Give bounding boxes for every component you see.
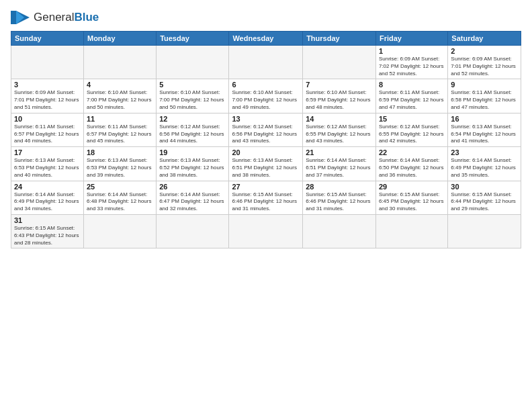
calendar-cell: 3Sunrise: 6:09 AM Sunset: 7:01 PM Daylig… — [11, 79, 84, 113]
calendar-cell: 19Sunrise: 6:13 AM Sunset: 6:52 PM Dayli… — [157, 147, 229, 181]
day-info: Sunrise: 6:10 AM Sunset: 7:00 PM Dayligh… — [159, 89, 226, 111]
calendar-cell: 16Sunrise: 6:13 AM Sunset: 6:54 PM Dayli… — [448, 113, 521, 146]
day-info: Sunrise: 6:10 AM Sunset: 6:59 PM Dayligh… — [306, 89, 373, 111]
calendar-cell: 14Sunrise: 6:12 AM Sunset: 6:55 PM Dayli… — [303, 113, 376, 146]
calendar-cell: 30Sunrise: 6:15 AM Sunset: 6:44 PM Dayli… — [448, 181, 521, 214]
weekday-header-tuesday: Tuesday — [157, 32, 229, 46]
calendar-cell: 17Sunrise: 6:13 AM Sunset: 6:53 PM Dayli… — [11, 147, 84, 181]
weekday-header-thursday: Thursday — [303, 32, 376, 46]
weekday-header-saturday: Saturday — [448, 32, 521, 46]
calendar-cell: 31Sunrise: 6:15 AM Sunset: 6:43 PM Dayli… — [11, 214, 84, 248]
day-number: 24 — [14, 183, 81, 191]
day-number: 4 — [87, 81, 153, 89]
day-info: Sunrise: 6:12 AM Sunset: 6:56 PM Dayligh… — [232, 124, 300, 145]
calendar-cell: 10Sunrise: 6:11 AM Sunset: 6:57 PM Dayli… — [11, 113, 84, 146]
calendar-cell: 21Sunrise: 6:14 AM Sunset: 6:51 PM Dayli… — [303, 147, 376, 181]
calendar-cell: 15Sunrise: 6:12 AM Sunset: 6:55 PM Dayli… — [375, 113, 447, 146]
calendar-cell: 4Sunrise: 6:10 AM Sunset: 7:00 PM Daylig… — [83, 79, 156, 113]
calendar-cell — [157, 214, 229, 248]
day-number: 1 — [379, 47, 445, 55]
calendar-cell: 6Sunrise: 6:10 AM Sunset: 7:00 PM Daylig… — [229, 79, 303, 113]
calendar-cell: 1Sunrise: 6:09 AM Sunset: 7:02 PM Daylig… — [375, 46, 447, 79]
day-info: Sunrise: 6:14 AM Sunset: 6:49 PM Dayligh… — [14, 191, 81, 213]
day-info: Sunrise: 6:14 AM Sunset: 6:47 PM Dayligh… — [159, 191, 226, 213]
day-info: Sunrise: 6:14 AM Sunset: 6:49 PM Dayligh… — [451, 157, 518, 179]
calendar-cell: 24Sunrise: 6:14 AM Sunset: 6:49 PM Dayli… — [11, 181, 84, 214]
calendar-cell: 22Sunrise: 6:14 AM Sunset: 6:50 PM Dayli… — [375, 147, 447, 181]
day-number: 28 — [306, 183, 373, 191]
day-info: Sunrise: 6:10 AM Sunset: 7:00 PM Dayligh… — [232, 89, 300, 111]
calendar-cell — [157, 46, 229, 79]
day-number: 15 — [379, 115, 445, 123]
weekday-header-friday: Friday — [375, 32, 447, 46]
calendar-cell: 5Sunrise: 6:10 AM Sunset: 7:00 PM Daylig… — [157, 79, 229, 113]
day-number: 17 — [14, 148, 81, 156]
week-row-6: 31Sunrise: 6:15 AM Sunset: 6:43 PM Dayli… — [11, 214, 521, 248]
day-info: Sunrise: 6:11 AM Sunset: 6:59 PM Dayligh… — [379, 89, 445, 111]
calendar-cell: 27Sunrise: 6:15 AM Sunset: 6:46 PM Dayli… — [229, 181, 303, 214]
day-number: 9 — [451, 81, 518, 89]
calendar-cell — [83, 46, 156, 79]
calendar-cell — [229, 214, 303, 248]
header: GeneralBlue — [11, 8, 521, 27]
calendar-cell: 2Sunrise: 6:09 AM Sunset: 7:01 PM Daylig… — [448, 46, 521, 79]
calendar-cell — [303, 46, 376, 79]
calendar-cell: 25Sunrise: 6:14 AM Sunset: 6:48 PM Dayli… — [83, 181, 156, 214]
day-info: Sunrise: 6:14 AM Sunset: 6:50 PM Dayligh… — [379, 157, 445, 179]
calendar-cell: 20Sunrise: 6:13 AM Sunset: 6:51 PM Dayli… — [229, 147, 303, 181]
weekday-header-wednesday: Wednesday — [229, 32, 303, 46]
day-number: 25 — [87, 183, 153, 191]
day-number: 22 — [379, 148, 445, 156]
calendar-cell: 29Sunrise: 6:15 AM Sunset: 6:45 PM Dayli… — [375, 181, 447, 214]
day-number: 6 — [232, 81, 300, 89]
day-number: 3 — [14, 81, 81, 89]
day-number: 5 — [159, 81, 226, 89]
calendar-cell — [375, 214, 447, 248]
day-number: 23 — [451, 148, 518, 156]
calendar-cell — [83, 214, 156, 248]
day-number: 27 — [232, 183, 300, 191]
day-info: Sunrise: 6:11 AM Sunset: 6:58 PM Dayligh… — [451, 89, 518, 111]
day-number: 14 — [306, 115, 373, 123]
day-number: 12 — [159, 115, 226, 123]
day-info: Sunrise: 6:14 AM Sunset: 6:51 PM Dayligh… — [306, 157, 373, 179]
calendar-cell — [11, 46, 84, 79]
week-row-5: 24Sunrise: 6:14 AM Sunset: 6:49 PM Dayli… — [11, 181, 521, 214]
day-info: Sunrise: 6:09 AM Sunset: 7:01 PM Dayligh… — [451, 56, 518, 77]
week-row-2: 3Sunrise: 6:09 AM Sunset: 7:01 PM Daylig… — [11, 79, 521, 113]
day-number: 31 — [14, 216, 81, 224]
calendar-cell: 28Sunrise: 6:15 AM Sunset: 6:46 PM Dayli… — [303, 181, 376, 214]
weekday-header-sunday: Sunday — [11, 32, 84, 46]
calendar-cell: 18Sunrise: 6:13 AM Sunset: 6:53 PM Dayli… — [83, 147, 156, 181]
day-info: Sunrise: 6:12 AM Sunset: 6:55 PM Dayligh… — [379, 124, 445, 145]
calendar: SundayMondayTuesdayWednesdayThursdayFrid… — [11, 31, 521, 248]
day-number: 16 — [451, 115, 518, 123]
day-info: Sunrise: 6:11 AM Sunset: 6:57 PM Dayligh… — [87, 124, 153, 145]
week-row-3: 10Sunrise: 6:11 AM Sunset: 6:57 PM Dayli… — [11, 113, 521, 146]
day-number: 13 — [232, 115, 300, 123]
day-info: Sunrise: 6:10 AM Sunset: 7:00 PM Dayligh… — [87, 89, 153, 111]
day-number: 11 — [87, 115, 153, 123]
day-info: Sunrise: 6:12 AM Sunset: 6:55 PM Dayligh… — [306, 124, 373, 145]
calendar-cell — [229, 46, 303, 79]
day-number: 2 — [451, 47, 518, 55]
day-info: Sunrise: 6:15 AM Sunset: 6:43 PM Dayligh… — [14, 225, 81, 246]
day-number: 19 — [159, 148, 226, 156]
calendar-cell: 23Sunrise: 6:14 AM Sunset: 6:49 PM Dayli… — [448, 147, 521, 181]
day-info: Sunrise: 6:13 AM Sunset: 6:53 PM Dayligh… — [14, 157, 81, 179]
day-number: 30 — [451, 183, 518, 191]
day-info: Sunrise: 6:11 AM Sunset: 6:57 PM Dayligh… — [14, 124, 81, 145]
day-info: Sunrise: 6:15 AM Sunset: 6:44 PM Dayligh… — [451, 191, 518, 213]
weekday-header-monday: Monday — [83, 32, 156, 46]
logo: GeneralBlue — [11, 8, 99, 27]
day-info: Sunrise: 6:09 AM Sunset: 7:01 PM Dayligh… — [14, 89, 81, 111]
day-number: 8 — [379, 81, 445, 89]
logo-text: GeneralBlue — [34, 11, 99, 24]
week-row-4: 17Sunrise: 6:13 AM Sunset: 6:53 PM Dayli… — [11, 147, 521, 181]
calendar-cell: 13Sunrise: 6:12 AM Sunset: 6:56 PM Dayli… — [229, 113, 303, 146]
day-info: Sunrise: 6:14 AM Sunset: 6:48 PM Dayligh… — [87, 191, 153, 213]
day-info: Sunrise: 6:13 AM Sunset: 6:54 PM Dayligh… — [451, 124, 518, 145]
day-info: Sunrise: 6:13 AM Sunset: 6:51 PM Dayligh… — [232, 157, 300, 179]
calendar-cell: 8Sunrise: 6:11 AM Sunset: 6:59 PM Daylig… — [375, 79, 447, 113]
calendar-cell: 9Sunrise: 6:11 AM Sunset: 6:58 PM Daylig… — [448, 79, 521, 113]
